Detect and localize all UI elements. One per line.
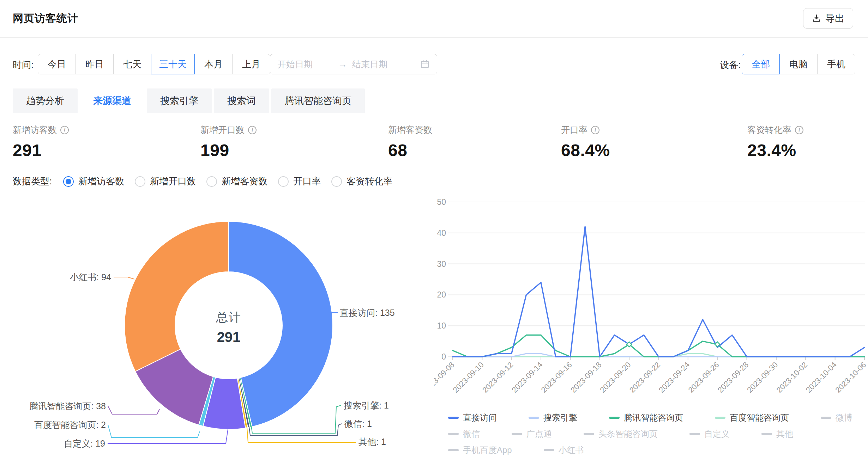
- time-option-4[interactable]: 本月: [194, 54, 233, 74]
- legend-label: 微博: [836, 412, 852, 423]
- donut-total-value: 291: [185, 329, 273, 345]
- time-option-0[interactable]: 今日: [38, 54, 76, 74]
- radio-label: 开口率: [293, 175, 321, 188]
- tab-2[interactable]: 搜索引擎: [147, 88, 212, 113]
- trend-line-chart: 010203040502023-09-082023-09-102023-09-1…: [434, 193, 868, 462]
- legend-item-腾讯智能咨询页[interactable]: 腾讯智能咨询页: [609, 412, 683, 423]
- y-axis-tick-label: 10: [437, 321, 446, 330]
- device-option-1[interactable]: 电脑: [779, 54, 818, 74]
- data-type-radio-group: 数据类型: 新增访客数新增开口数新增客资数开口率客资转化率: [13, 175, 392, 188]
- time-filter-label: 时间:: [13, 59, 34, 71]
- legend-item-头条智能咨询页[interactable]: 头条智能咨询页: [584, 429, 658, 439]
- data-type-radio-3[interactable]: 开口率: [278, 175, 321, 188]
- legend-item-微博[interactable]: 微博: [821, 412, 852, 423]
- legend-dash-icon: [448, 433, 459, 435]
- info-icon[interactable]: i: [795, 126, 803, 134]
- time-option-3[interactable]: 三十天: [151, 54, 195, 74]
- legend-item-搜索引擎[interactable]: 搜索引擎: [529, 412, 577, 423]
- stat-label: 新增客资数: [388, 124, 432, 136]
- donut-slice-7[interactable]: [125, 221, 229, 372]
- legend-item-微信[interactable]: 微信: [448, 429, 480, 439]
- radio-circle-icon: [278, 176, 289, 187]
- radio-label: 客资转化率: [346, 175, 392, 188]
- info-icon[interactable]: i: [60, 126, 69, 134]
- legend-item-小红书[interactable]: 小红书: [544, 445, 584, 455]
- y-axis-tick-label: 20: [437, 290, 446, 299]
- radio-label: 新增访客数: [78, 175, 124, 188]
- tab-0[interactable]: 趋势分析: [13, 88, 78, 113]
- stat-value: 68: [388, 141, 432, 160]
- stat-label: 新增开口数i: [200, 124, 257, 136]
- x-axis-tick-label: 2023-09-26: [686, 360, 721, 394]
- stat-label: 开口率i: [561, 124, 610, 136]
- x-axis-tick-label: 2023-09-30: [745, 360, 779, 394]
- legend-dash-icon: [512, 433, 522, 435]
- legend-dash-icon: [529, 417, 539, 419]
- donut-label-腾讯智能咨询页: 腾讯智能咨询页: 38: [29, 400, 106, 412]
- line-series-腾讯智能咨询页[interactable]: [453, 335, 864, 357]
- legend-dash-icon: [715, 417, 725, 419]
- legend-label: 其他: [776, 428, 793, 440]
- stat-label-text: 客资转化率: [747, 124, 791, 136]
- header: 网页访客统计 导出: [0, 0, 868, 38]
- x-axis-tick-label: 2023-09-14: [510, 360, 544, 394]
- date-range-picker[interactable]: →: [270, 54, 437, 74]
- time-option-5[interactable]: 上月: [232, 54, 270, 74]
- device-option-0[interactable]: 全部: [742, 54, 780, 74]
- legend-dash-icon: [448, 449, 459, 451]
- export-button[interactable]: 导出: [803, 8, 853, 29]
- donut-leader-line: [108, 429, 228, 443]
- stat-value: 199: [200, 141, 257, 160]
- legend-item-手机百度App[interactable]: 手机百度App: [448, 445, 512, 455]
- donut-center-total: 总计 291: [185, 309, 273, 345]
- legend-item-其他[interactable]: 其他: [761, 429, 793, 439]
- y-axis-tick-label: 0: [441, 352, 446, 361]
- legend-item-直接访问[interactable]: 直接访问: [448, 412, 497, 423]
- legend-label: 腾讯智能咨询页: [624, 412, 683, 423]
- tab-1[interactable]: 来源渠道: [80, 88, 145, 113]
- donut-leader-line: [108, 425, 200, 437]
- stat-card-3: 开口率i68.4%: [561, 124, 610, 160]
- y-axis-tick-label: 40: [437, 228, 446, 238]
- x-axis-tick-label: 2023-09-18: [569, 360, 603, 394]
- device-option-2[interactable]: 手机: [817, 54, 855, 74]
- radio-circle-icon: [63, 176, 74, 187]
- stat-card-1: 新增开口数i199: [200, 124, 257, 160]
- date-start-input[interactable]: [277, 59, 333, 69]
- legend-label: 手机百度App: [463, 444, 512, 456]
- bottom-divider: [0, 462, 868, 462]
- time-option-1[interactable]: 昨日: [76, 54, 114, 74]
- data-type-radio-1[interactable]: 新增开口数: [135, 175, 196, 188]
- data-type-radio-2[interactable]: 新增客资数: [206, 175, 267, 188]
- tab-bar: 趋势分析来源渠道搜索引擎搜索词腾讯智能咨询页: [13, 88, 365, 113]
- time-button-group: 今日昨日七天三十天本月上月: [38, 54, 270, 74]
- stat-value: 68.4%: [561, 141, 610, 160]
- donut-label-自定义: 自定义: 19: [64, 438, 105, 449]
- legend-item-广点通[interactable]: 广点通: [512, 429, 552, 439]
- x-axis-tick-label: 2023-09-10: [451, 360, 486, 394]
- data-type-radio-0[interactable]: 新增访客数: [63, 175, 124, 188]
- donut-leader-line: [249, 424, 342, 435]
- stat-label-text: 开口率: [561, 124, 587, 136]
- x-axis-tick-label: 2023-10-02: [775, 360, 809, 394]
- x-axis-tick-label: 2023-09-20: [598, 360, 632, 394]
- legend-label: 广点通: [526, 428, 552, 440]
- time-option-2[interactable]: 七天: [113, 54, 151, 74]
- data-type-radio-4[interactable]: 客资转化率: [331, 175, 392, 188]
- export-label: 导出: [825, 12, 844, 25]
- tab-4[interactable]: 腾讯智能咨询页: [271, 88, 365, 113]
- donut-label-百度智能咨询页: 百度智能咨询页: 2: [34, 419, 106, 431]
- device-button-group: 全部电脑手机: [742, 54, 855, 74]
- line-series-直接访问[interactable]: [453, 227, 864, 357]
- legend-label: 自定义: [704, 428, 730, 440]
- tab-3[interactable]: 搜索词: [214, 88, 269, 113]
- legend-item-自定义[interactable]: 自定义: [689, 429, 730, 439]
- legend-dash-icon: [448, 417, 459, 419]
- legend-label: 直接访问: [463, 412, 497, 423]
- info-icon[interactable]: i: [591, 126, 599, 134]
- info-icon[interactable]: i: [248, 126, 257, 134]
- legend-item-百度智能咨询页[interactable]: 百度智能咨询页: [715, 412, 789, 423]
- date-end-input[interactable]: [352, 59, 408, 69]
- donut-label-其他: 其他: 1: [358, 436, 386, 448]
- stat-label: 新增访客数i: [13, 124, 69, 136]
